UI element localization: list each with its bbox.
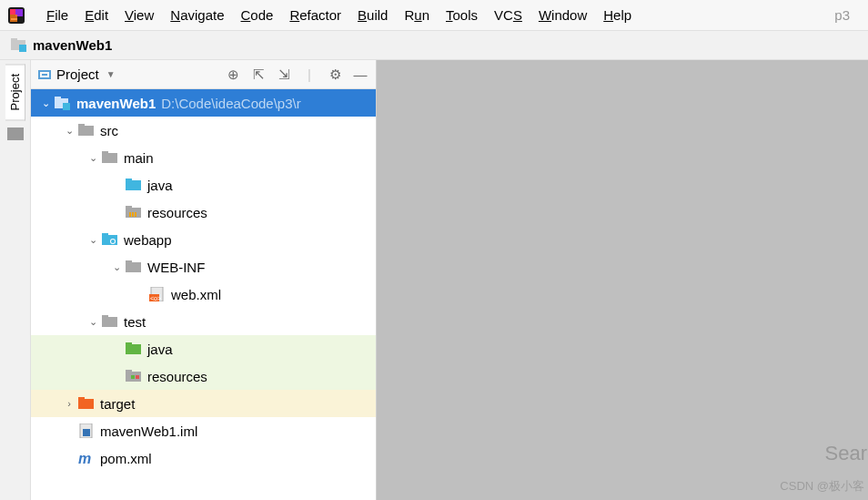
svg-rect-20 (102, 233, 108, 237)
expand-arrow-icon[interactable]: ⌄ (40, 97, 51, 109)
tree-item-path: D:\Code\ideaCode\p3\r (161, 96, 300, 111)
iml-icon (78, 423, 95, 438)
tree-item-label: main (124, 150, 154, 166)
svg-rect-9 (78, 124, 85, 128)
folder-grey-icon (102, 314, 118, 329)
folder-web-icon (102, 232, 118, 247)
expand-arrow-icon[interactable]: › (64, 398, 75, 409)
project-panel-header: Project ▼ ⊕ ⇱ ⇲ | ⚙ — (31, 60, 376, 89)
svg-rect-33 (126, 370, 132, 373)
xml-web-icon: <o> (149, 287, 166, 301)
folder-grey-icon (78, 123, 95, 138)
menu-code[interactable]: Code (233, 7, 282, 23)
hide-icon[interactable]: — (352, 66, 368, 83)
project-tool-window: Project ▼ ⊕ ⇱ ⇲ | ⚙ — ⌄mavenWeb1D:\Code\… (31, 60, 377, 500)
folder-grey-icon (102, 150, 118, 165)
tree-item-label: resources (147, 369, 207, 384)
folder-orange-icon (78, 396, 95, 411)
expand-arrow-icon[interactable]: ⌄ (87, 152, 98, 164)
tree-item-label: mavenWeb1 (76, 96, 156, 111)
project-tree[interactable]: ⌄mavenWeb1D:\Code\ideaCode\p3\r⌄src⌄main… (31, 89, 376, 500)
breadcrumb-root[interactable]: mavenWeb1 (33, 37, 112, 53)
menu-vcs[interactable]: VCS (486, 7, 530, 23)
maven-icon: m (78, 451, 95, 465)
gear-icon[interactable]: ⚙ (327, 66, 343, 83)
expand-arrow-icon[interactable]: ⌄ (87, 234, 98, 246)
locate-icon[interactable]: ⊕ (225, 66, 241, 83)
tree-item-label: test (124, 314, 146, 330)
tree-item-label: java (147, 342, 173, 357)
folder-res-icon (126, 205, 142, 219)
tree-row-java[interactable]: java (31, 335, 376, 362)
structure-tool-icon[interactable] (7, 128, 24, 140)
tree-row-main[interactable]: ⌄main (31, 144, 376, 171)
watermark-text: CSDN @极小客 (780, 478, 864, 495)
module-icon (11, 38, 27, 52)
svg-rect-24 (126, 260, 132, 264)
tool-window-stripe-left: Project (0, 60, 31, 500)
menu-view[interactable]: View (116, 7, 162, 23)
tree-row-pom-xml[interactable]: mpom.xml (31, 444, 376, 472)
tree-item-label: resources (147, 205, 207, 220)
tree-item-label: target (100, 396, 135, 412)
tree-row-java[interactable]: java (31, 171, 376, 199)
tree-row-resources[interactable]: resources (31, 199, 376, 226)
editor-empty-area: Searc CSDN @极小客 (377, 60, 868, 500)
svg-rect-31 (126, 342, 132, 346)
menu-edit[interactable]: Edit (76, 7, 116, 23)
svg-rect-39 (83, 429, 90, 436)
menu-navigate[interactable]: Navigate (162, 7, 232, 23)
project-panel-title[interactable]: Project (56, 66, 99, 82)
menubar: File Edit View Navigate Code Refactor Bu… (0, 0, 868, 31)
project-view-icon (38, 70, 51, 79)
menu-window[interactable]: Window (530, 7, 595, 23)
tree-row-target[interactable]: ›target (31, 390, 376, 417)
chevron-down-icon[interactable]: ▼ (106, 69, 116, 79)
tree-row-web-xml[interactable]: <o>web.xml (31, 281, 376, 308)
menu-refactor[interactable]: Refactor (281, 7, 349, 23)
tree-item-label: pom.xml (100, 451, 152, 466)
menu-help[interactable]: Help (595, 7, 640, 23)
collapse-all-icon[interactable]: ⇲ (276, 66, 292, 83)
svg-rect-35 (136, 375, 139, 379)
expand-arrow-icon[interactable]: ⌄ (111, 261, 122, 273)
folder-blue-icon (126, 178, 142, 192)
tree-row-resources[interactable]: resources (31, 362, 376, 390)
menu-file[interactable]: File (38, 7, 76, 23)
intellij-icon (7, 6, 25, 25)
folder-res-g-icon (126, 369, 142, 383)
tree-item-label: mavenWeb1.iml (100, 423, 197, 439)
svg-point-22 (111, 240, 115, 243)
tree-row-web-inf[interactable]: ⌄WEB-INF (31, 253, 376, 281)
search-everywhere-hint: Searc (825, 442, 868, 465)
svg-rect-7 (63, 103, 70, 110)
menu-tools[interactable]: Tools (438, 7, 486, 23)
tree-row-mavenweb1[interactable]: ⌄mavenWeb1D:\Code\ideaCode\p3\r (31, 89, 376, 117)
tree-row-test[interactable]: ⌄test (31, 308, 376, 335)
tree-item-label: src (100, 123, 118, 138)
tree-row-src[interactable]: ⌄src (31, 117, 376, 144)
svg-rect-16 (129, 212, 131, 217)
svg-rect-17 (132, 212, 134, 217)
svg-rect-34 (131, 375, 135, 379)
folder-grey-icon (126, 260, 142, 274)
svg-rect-11 (102, 151, 108, 155)
expand-arrow-icon[interactable]: ⌄ (64, 125, 75, 137)
folder-green-icon (126, 342, 142, 356)
svg-rect-18 (135, 212, 136, 217)
project-tool-tab[interactable]: Project (5, 64, 25, 120)
module-icon (55, 96, 71, 110)
svg-rect-15 (126, 206, 132, 209)
menu-build[interactable]: Build (349, 7, 396, 23)
expand-arrow-icon[interactable]: ⌄ (87, 316, 98, 328)
navigation-bar: mavenWeb1 (0, 31, 868, 60)
svg-rect-4 (19, 45, 26, 52)
tree-row-webapp[interactable]: ⌄webapp (31, 226, 376, 253)
svg-rect-37 (78, 397, 85, 401)
tree-item-label: java (147, 178, 173, 193)
svg-rect-3 (11, 38, 17, 42)
menu-run[interactable]: Run (396, 7, 438, 23)
tree-row-mavenweb1-iml[interactable]: mavenWeb1.iml (31, 417, 376, 444)
expand-all-icon[interactable]: ⇱ (250, 66, 267, 83)
project-name-label: p3 (823, 7, 861, 23)
